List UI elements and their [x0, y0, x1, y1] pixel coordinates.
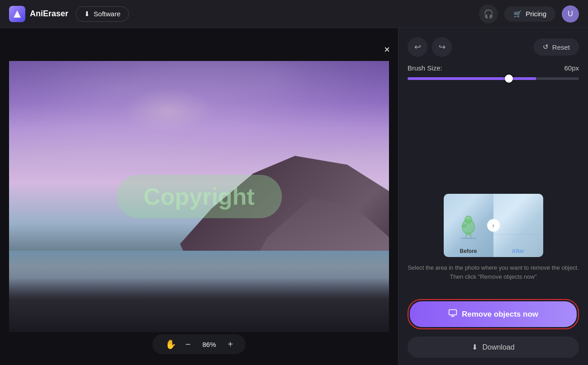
download-label: Download — [482, 343, 514, 351]
after-panel: After — [493, 194, 543, 257]
minus-icon: − — [185, 339, 191, 350]
hand-icon: ✋ — [165, 339, 176, 350]
plus-icon: + — [228, 339, 233, 350]
canvas-area[interactable]: × Copyright — [0, 28, 398, 365]
software-button[interactable]: ⬇ Software — [76, 6, 129, 22]
avatar[interactable]: U — [562, 5, 579, 23]
undo-icon: ↩ — [414, 42, 421, 52]
download-icon: ⬇ — [472, 343, 478, 351]
app-name: AniEraser — [30, 9, 68, 19]
brush-section: Brush Size: 60px — [408, 64, 579, 80]
cart-icon: 🛒 — [513, 10, 522, 18]
reset-label: Reset — [552, 43, 570, 51]
header-left: AniEraser ⬇ Software — [9, 6, 129, 22]
zoom-out-button[interactable]: − — [185, 339, 191, 350]
brush-value: 60px — [564, 64, 579, 72]
reset-button[interactable]: ↺ Reset — [534, 38, 579, 56]
main-content: × Copyright — [0, 28, 588, 365]
pricing-button[interactable]: 🛒 Pricing — [504, 6, 555, 22]
brush-size-label: Brush Size: — [408, 64, 442, 72]
main-image: Copyright — [9, 61, 389, 332]
redo-icon: ↪ — [439, 42, 446, 52]
zoom-level: 86% — [200, 341, 219, 348]
chevron-right-icon: › — [492, 222, 494, 229]
before-after-preview: Before › After — [444, 194, 543, 257]
remove-button-wrapper: Remove objects now — [408, 299, 579, 329]
headset-icon: 🎧 — [484, 9, 493, 19]
app-logo-icon — [9, 6, 25, 22]
header-right: 🎧 🛒 Pricing U — [479, 5, 579, 23]
before-label: Before — [460, 248, 477, 254]
canvas-toolbar: ✋ − 86% + — [152, 334, 246, 354]
brush-header: Brush Size: 60px — [408, 64, 579, 72]
after-clean-bg — [493, 194, 543, 257]
zoom-in-button[interactable]: + — [228, 339, 233, 350]
preview-section: Before › After Select the area i — [408, 194, 579, 281]
spacer — [408, 87, 579, 187]
reset-icon: ↺ — [543, 43, 549, 51]
before-panel: Before — [444, 194, 493, 257]
support-button[interactable]: 🎧 — [479, 5, 498, 23]
close-button[interactable]: × — [384, 44, 390, 56]
divider-arrow-icon: › — [487, 219, 500, 232]
download-button[interactable]: ⬇ Download — [408, 337, 579, 358]
history-row: ↩ ↪ ↺ Reset — [408, 37, 579, 57]
landscape-background — [9, 61, 389, 332]
svg-rect-13 — [449, 310, 457, 315]
eraser-icon — [448, 309, 457, 320]
brush-slider[interactable] — [408, 77, 579, 80]
undo-button[interactable]: ↩ — [408, 37, 427, 57]
download-software-icon: ⬇ — [84, 10, 90, 18]
redo-button[interactable]: ↪ — [432, 37, 452, 57]
instruction-text: Select the area in the photo where you w… — [408, 263, 579, 281]
right-panel: ↩ ↪ ↺ Reset Brush Size: 60px — [398, 28, 588, 365]
gap — [408, 288, 579, 292]
after-label: After — [512, 248, 524, 254]
pricing-label: Pricing — [526, 10, 546, 18]
avatar-initial: U — [568, 10, 573, 18]
software-label: Software — [94, 10, 120, 18]
remove-objects-label: Remove objects now — [462, 310, 538, 319]
remove-objects-button[interactable]: Remove objects now — [410, 301, 577, 327]
hand-tool-button[interactable]: ✋ — [165, 339, 176, 350]
logo-area: AniEraser — [9, 6, 68, 22]
header: AniEraser ⬇ Software 🎧 🛒 Pricing U — [0, 0, 588, 28]
bird-with-mask-icon — [456, 211, 481, 240]
rocks-foreground — [9, 278, 389, 332]
image-container: × Copyright — [9, 61, 389, 332]
